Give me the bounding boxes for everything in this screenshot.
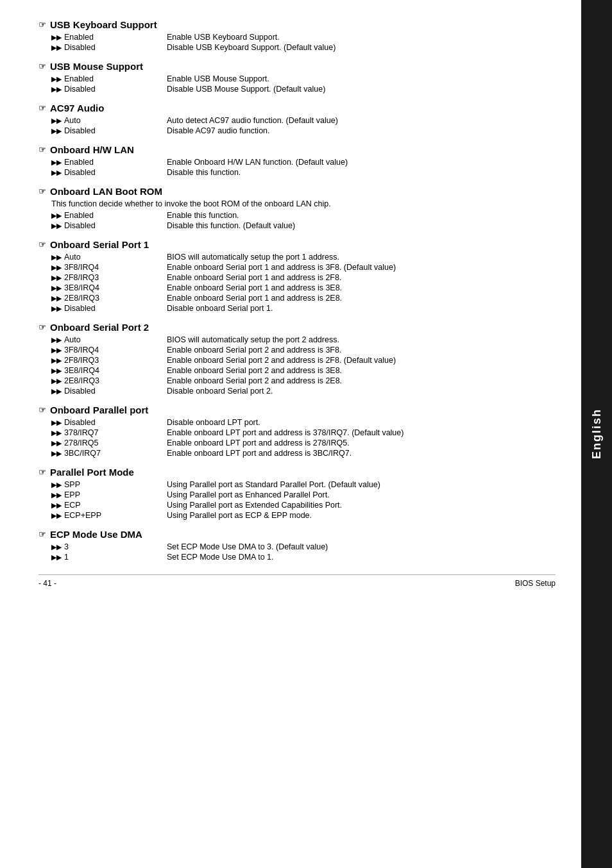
bullet-icon: ▶▶ <box>51 336 62 344</box>
option-key-text: Enabled <box>64 211 94 220</box>
option-key-text: 3F8/IRQ4 <box>64 346 99 355</box>
option-row: ▶▶378/IRQ7Enable onboard LPT port and ad… <box>51 428 556 437</box>
section-usb-mouse: ☞USB Mouse Support▶▶EnabledEnable USB Mo… <box>38 61 556 94</box>
option-key-text: Disabled <box>64 85 96 94</box>
option-value: Using Parallel port as Extended Capabili… <box>167 501 556 510</box>
option-row: ▶▶EPPUsing Parallel port as Enhanced Par… <box>51 490 556 499</box>
option-row: ▶▶DisabledDisable AC97 audio function. <box>51 126 556 135</box>
section-title-onboard-parallel-port: ☞Onboard Parallel port <box>38 405 556 415</box>
option-key: ▶▶ECP+EPP <box>51 511 167 520</box>
section-arrow-icon: ☞ <box>38 145 46 154</box>
option-row: ▶▶2E8/IRQ3Enable onboard Serial port 2 a… <box>51 376 556 385</box>
section-title-text: Onboard Serial Port 1 <box>50 239 149 250</box>
option-value: Disable AC97 audio function. <box>167 126 556 135</box>
option-row: ▶▶EnabledEnable Onboard H/W LAN function… <box>51 158 556 167</box>
section-arrow-icon: ☞ <box>38 240 46 249</box>
section-onboard-serial-port-1: ☞Onboard Serial Port 1▶▶AutoBIOS will au… <box>38 239 556 313</box>
option-row: ▶▶DisabledDisable this function. (Defaul… <box>51 221 556 230</box>
option-row: ▶▶EnabledEnable this function. <box>51 211 556 220</box>
option-key: ▶▶Disabled <box>51 85 167 94</box>
option-key: ▶▶Disabled <box>51 304 167 313</box>
option-key-text: Auto <box>64 335 81 344</box>
option-key-text: Disabled <box>64 221 96 230</box>
section-title-text: USB Mouse Support <box>50 61 143 72</box>
option-row: ▶▶AutoBIOS will automatically setup the … <box>51 335 556 344</box>
option-value: Enable onboard Serial port 1 and address… <box>167 283 556 292</box>
bullet-icon: ▶▶ <box>51 127 62 135</box>
option-key: ▶▶1 <box>51 553 167 562</box>
bullet-icon: ▶▶ <box>51 284 62 292</box>
section-arrow-icon: ☞ <box>38 20 46 29</box>
bullet-icon: ▶▶ <box>51 449 62 458</box>
option-key: ▶▶3E8/IRQ4 <box>51 366 167 375</box>
option-key: ▶▶Auto <box>51 116 167 125</box>
bullet-icon: ▶▶ <box>51 356 62 365</box>
option-key: ▶▶EPP <box>51 490 167 499</box>
option-key-text: Enabled <box>64 33 94 42</box>
option-key: ▶▶Disabled <box>51 221 167 230</box>
option-value: Enable onboard Serial port 1 and address… <box>167 263 556 272</box>
section-ac97-audio: ☞AC97 Audio▶▶AutoAuto detect AC97 audio … <box>38 103 556 135</box>
option-value: Enable onboard LPT port and address is 2… <box>167 438 556 447</box>
option-value: BIOS will automatically setup the port 1… <box>167 253 556 262</box>
section-ecp-mode-use-dma: ☞ECP Mode Use DMA▶▶3Set ECP Mode Use DMA… <box>38 529 556 562</box>
section-title-text: Onboard LAN Boot ROM <box>50 186 162 197</box>
bullet-icon: ▶▶ <box>51 253 62 262</box>
option-value: Disable USB Mouse Support. (Default valu… <box>167 85 556 94</box>
option-key: ▶▶Enabled <box>51 74 167 83</box>
sidebar-label: English <box>590 408 604 459</box>
section-title-text: AC97 Audio <box>50 103 104 113</box>
bullet-icon: ▶▶ <box>51 501 62 510</box>
option-row: ▶▶3E8/IRQ4Enable onboard Serial port 1 a… <box>51 283 556 292</box>
option-key: ▶▶Disabled <box>51 126 167 135</box>
option-key: ▶▶2F8/IRQ3 <box>51 273 167 282</box>
section-parallel-port-mode: ☞Parallel Port Mode▶▶SPPUsing Parallel p… <box>38 467 556 520</box>
bullet-icon: ▶▶ <box>51 117 62 125</box>
option-value: Enable USB Keyboard Support. <box>167 33 556 42</box>
section-title-text: ECP Mode Use DMA <box>50 529 142 540</box>
bullet-icon: ▶▶ <box>51 75 62 83</box>
option-row: ▶▶278/IRQ5Enable onboard LPT port and ad… <box>51 438 556 447</box>
main-content: ☞USB Keyboard Support▶▶EnabledEnable USB… <box>0 0 581 868</box>
section-title-onboard-lan-boot-rom: ☞Onboard LAN Boot ROM <box>38 186 556 197</box>
section-usb-keyboard: ☞USB Keyboard Support▶▶EnabledEnable USB… <box>38 19 556 52</box>
option-key: ▶▶2E8/IRQ3 <box>51 294 167 303</box>
section-title-onboard-serial-port-2: ☞Onboard Serial Port 2 <box>38 322 556 333</box>
sections-container: ☞USB Keyboard Support▶▶EnabledEnable USB… <box>38 19 556 562</box>
option-row: ▶▶2F8/IRQ3Enable onboard Serial port 2 a… <box>51 356 556 365</box>
section-onboard-hw-lan: ☞Onboard H/W LAN▶▶EnabledEnable Onboard … <box>38 144 556 177</box>
option-value: Using Parallel port as ECP & EPP mode. <box>167 511 556 520</box>
option-value: Enable USB Mouse Support. <box>167 74 556 83</box>
option-value: Disable onboard Serial port 2. <box>167 387 556 396</box>
option-value: Enable onboard LPT port and address is 3… <box>167 428 556 437</box>
option-value: Using Parallel port as Standard Parallel… <box>167 480 556 489</box>
option-value: Enable onboard Serial port 2 and address… <box>167 376 556 385</box>
option-row: ▶▶DisabledDisable USB Mouse Support. (De… <box>51 85 556 94</box>
option-key: ▶▶ECP <box>51 501 167 510</box>
option-key: ▶▶3 <box>51 542 167 551</box>
option-key-text: 3F8/IRQ4 <box>64 263 99 272</box>
bullet-icon: ▶▶ <box>51 553 62 562</box>
bullet-icon: ▶▶ <box>51 222 62 230</box>
option-key: ▶▶2F8/IRQ3 <box>51 356 167 365</box>
section-onboard-parallel-port: ☞Onboard Parallel port▶▶DisabledDisable … <box>38 405 556 458</box>
section-arrow-icon: ☞ <box>38 530 46 539</box>
option-key-text: Auto <box>64 116 81 125</box>
option-row: ▶▶DisabledDisable this function. <box>51 168 556 177</box>
section-title-ac97-audio: ☞AC97 Audio <box>38 103 556 113</box>
section-arrow-icon: ☞ <box>38 187 46 196</box>
option-key: ▶▶3F8/IRQ4 <box>51 263 167 272</box>
option-row: ▶▶2E8/IRQ3Enable onboard Serial port 1 a… <box>51 294 556 303</box>
bullet-icon: ▶▶ <box>51 158 62 167</box>
section-title-text: Onboard H/W LAN <box>50 144 134 155</box>
section-onboard-lan-boot-rom: ☞Onboard LAN Boot ROMThis function decid… <box>38 186 556 230</box>
section-title-text: USB Keyboard Support <box>50 19 157 30</box>
bullet-icon: ▶▶ <box>51 387 62 396</box>
option-value: Enable onboard Serial port 2 and address… <box>167 366 556 375</box>
bullet-icon: ▶▶ <box>51 33 62 42</box>
option-row: ▶▶3E8/IRQ4Enable onboard Serial port 2 a… <box>51 366 556 375</box>
option-row: ▶▶DisabledDisable onboard Serial port 1. <box>51 304 556 313</box>
option-key-text: 3 <box>64 542 69 551</box>
option-row: ▶▶DisabledDisable onboard LPT port. <box>51 418 556 427</box>
option-row: ▶▶3BC/IRQ7Enable onboard LPT port and ad… <box>51 449 556 458</box>
